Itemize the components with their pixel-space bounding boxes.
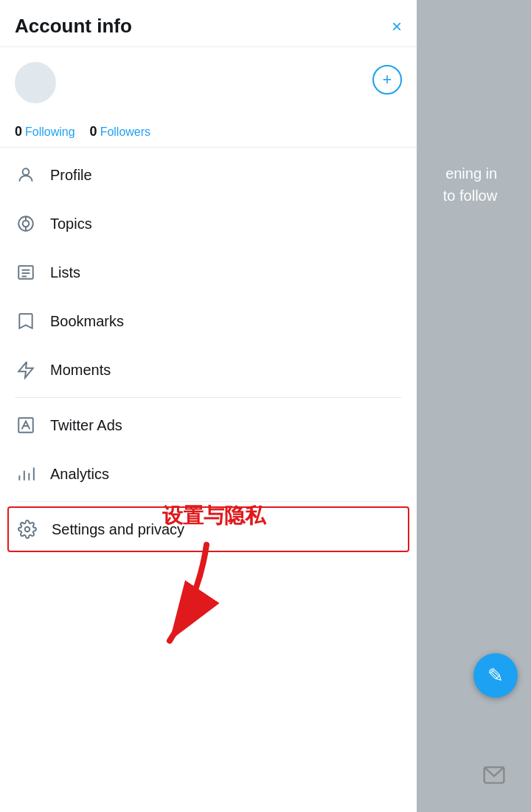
add-account-button[interactable]: + — [372, 65, 402, 94]
drawer-title: Account info — [15, 15, 132, 38]
close-button[interactable]: × — [392, 18, 402, 35]
menu-item-moments[interactable]: Moments — [0, 345, 417, 394]
stats-divider — [0, 147, 417, 148]
followers-stat[interactable]: 0 Followers — [90, 124, 150, 140]
right-panel-text: ening in to follow — [443, 162, 504, 207]
lists-label: Lists — [50, 264, 80, 281]
lists-icon — [15, 261, 37, 283]
topics-label: Topics — [50, 216, 92, 233]
section-divider — [15, 397, 402, 398]
twitter-ads-label: Twitter Ads — [50, 417, 122, 434]
svg-point-16 — [25, 527, 30, 532]
menu-item-lists[interactable]: Lists — [0, 248, 417, 297]
compose-fab[interactable]: ✎ — [473, 653, 518, 698]
menu-item-profile[interactable]: Profile — [0, 151, 417, 199]
drawer-header: Account info × — [0, 0, 417, 47]
following-stat[interactable]: 0 Following — [15, 124, 75, 140]
analytics-label: Analytics — [50, 466, 109, 483]
followers-count: 0 — [90, 124, 97, 140]
svg-point-1 — [23, 168, 30, 175]
settings-label: Settings and privacy — [52, 521, 184, 538]
twitter-ads-icon — [15, 414, 37, 436]
menu-item-analytics[interactable]: Analytics — [0, 450, 417, 498]
moments-icon — [15, 359, 37, 381]
bottom-section-divider — [15, 501, 402, 502]
analytics-icon — [15, 463, 37, 485]
menu-list: Profile Topics Lists Bookmarks — [0, 151, 417, 812]
profile-label: Profile — [50, 167, 92, 184]
followers-label: Followers — [100, 125, 150, 139]
avatar-row: + — [15, 62, 402, 103]
moments-label: Moments — [50, 362, 111, 379]
right-panel: ening in to follow — [417, 0, 531, 812]
following-label: Following — [25, 125, 75, 139]
avatar-section: + — [0, 47, 417, 111]
drawer-panel: Account info × + 0 Following 0 Followers — [0, 0, 417, 812]
mail-icon-area — [472, 753, 516, 797]
bookmarks-label: Bookmarks — [50, 313, 124, 330]
menu-item-bookmarks[interactable]: Bookmarks — [0, 297, 417, 345]
svg-point-3 — [23, 221, 30, 227]
stats-row: 0 Following 0 Followers — [0, 111, 417, 144]
following-count: 0 — [15, 124, 22, 140]
menu-item-twitter-ads[interactable]: Twitter Ads — [0, 401, 417, 450]
settings-icon — [16, 518, 38, 540]
menu-item-topics[interactable]: Topics — [0, 199, 417, 248]
bookmarks-icon — [15, 310, 37, 332]
avatar — [15, 62, 56, 103]
profile-icon — [15, 164, 37, 186]
menu-item-settings[interactable]: Settings and privacy — [7, 506, 409, 552]
topics-icon — [15, 213, 37, 235]
